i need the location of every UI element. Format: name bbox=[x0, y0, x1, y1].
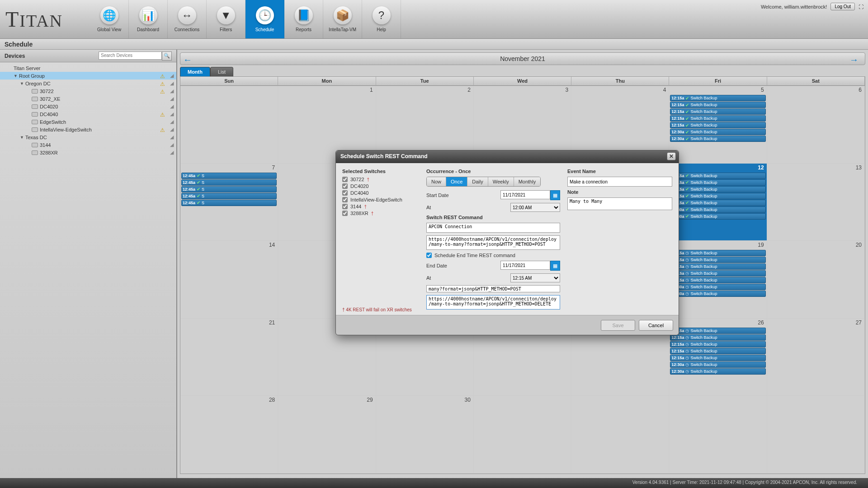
calendar-cell[interactable] bbox=[474, 396, 571, 474]
tree-item-3144[interactable]: 3144◢ bbox=[0, 141, 176, 149]
cancel-button[interactable]: Cancel bbox=[639, 320, 673, 331]
tree-item-oregon-dc[interactable]: ▼Oregon DC⚠◢ bbox=[0, 80, 176, 87]
calendar-cell[interactable]: 1912:15a◷Switch Backup12:15a◷Switch Back… bbox=[669, 241, 767, 319]
calendar-event[interactable]: 12:45a✔S bbox=[181, 200, 277, 206]
note-input[interactable]: Many to Many bbox=[567, 197, 672, 210]
switch-checkbox[interactable] bbox=[342, 177, 348, 182]
search-button[interactable]: 🔍 bbox=[162, 52, 172, 61]
calendar-event[interactable]: 12:15a✔Switch Backup bbox=[670, 115, 765, 122]
start-date-picker-icon[interactable]: ▦ bbox=[550, 190, 560, 200]
switch-checkbox[interactable] bbox=[342, 204, 348, 209]
calendar-cell[interactable]: 2612:15a◷Switch Backup12:15a◷Switch Back… bbox=[669, 319, 767, 396]
calendar-cell[interactable]: 13 bbox=[767, 164, 865, 241]
calendar-event[interactable]: 12:45a✔S bbox=[181, 193, 277, 199]
calendar-event[interactable]: 12:30a◷Switch Backup bbox=[670, 291, 765, 297]
calendar-cell[interactable]: 6 bbox=[767, 86, 865, 164]
switch-checkbox[interactable] bbox=[342, 211, 348, 216]
calendar-event[interactable]: 12:45a✔S bbox=[181, 186, 277, 192]
calendar-event[interactable]: 12:15a✔Switch Backup bbox=[670, 122, 765, 128]
calendar-event[interactable]: 12:30a✔Switch Backup bbox=[670, 129, 765, 135]
calendar-cell[interactable]: 21 bbox=[180, 319, 278, 396]
nav-help[interactable]: ?Help bbox=[362, 0, 401, 38]
calendar-cell[interactable]: 14 bbox=[180, 241, 278, 319]
next-month-button[interactable]: → bbox=[849, 55, 862, 64]
calendar-event[interactable]: 12:15a◷Switch Backup bbox=[670, 270, 765, 277]
calendar-event[interactable]: 12:15a◷Switch Backup bbox=[670, 250, 765, 256]
end-time-select[interactable]: 12:15 AM bbox=[510, 273, 560, 282]
nav-filters[interactable]: ▼Filters bbox=[207, 0, 245, 38]
calendar-cell[interactable]: 712:45a✔S12:45a✔S12:45a✔S12:45a✔S12:45a✔… bbox=[180, 164, 278, 241]
nav-schedule[interactable]: 🕒Schedule bbox=[245, 0, 284, 38]
calendar-event[interactable]: 12:15a✔Switch Backup bbox=[670, 95, 765, 101]
calendar-cell[interactable] bbox=[180, 86, 278, 164]
calendar-event[interactable]: 12:15a◷Switch Backup bbox=[670, 348, 765, 354]
tree-item-3288xr[interactable]: 3288XR◢ bbox=[0, 149, 176, 156]
calendar-cell[interactable]: 28 bbox=[180, 396, 278, 474]
calendar-cell[interactable]: 27 bbox=[767, 319, 865, 396]
calendar-cell[interactable] bbox=[669, 396, 767, 474]
nav-reports[interactable]: 📘Reports bbox=[284, 0, 323, 38]
rest-url-input[interactable]: https://4000hostname/APCON/v1/conneciton… bbox=[426, 235, 560, 250]
tree-item-dc4020[interactable]: DC4020◢ bbox=[0, 103, 176, 110]
calendar-event[interactable]: 12:15a◷Switch Backup bbox=[670, 277, 765, 283]
switch-checkbox[interactable] bbox=[342, 190, 348, 196]
event-name-input[interactable] bbox=[567, 177, 672, 187]
logout-button[interactable]: Log Out bbox=[830, 3, 855, 10]
calendar-cell[interactable] bbox=[571, 396, 669, 474]
calendar-event[interactable]: 12:30a✔Switch Backup bbox=[670, 206, 765, 213]
modal-title-bar[interactable]: Schedule Switch REST Command ✕ bbox=[336, 150, 679, 163]
tree-item-intellaview-edgeswitch[interactable]: IntellaView-EdgeSwitch⚠◢ bbox=[0, 126, 176, 133]
calendar-event[interactable]: 12:15a◷Switch Backup bbox=[670, 355, 765, 361]
search-input[interactable] bbox=[99, 52, 162, 60]
nav-global-view[interactable]: 🌐Global View bbox=[90, 0, 129, 38]
start-date-input[interactable] bbox=[500, 190, 550, 199]
end-date-picker-icon[interactable]: ▦ bbox=[550, 261, 560, 271]
calendar-event[interactable]: 12:15a✔Switch Backup bbox=[670, 108, 765, 115]
calendar-cell[interactable]: 1212:15a✔Switch Backup12:15a✔Switch Back… bbox=[669, 164, 767, 241]
calendar-event[interactable]: 12:15a✔Switch Backup bbox=[670, 102, 765, 108]
rest-name-input[interactable]: APCON Connection bbox=[426, 223, 560, 233]
close-icon[interactable]: ✕ bbox=[667, 152, 676, 160]
calendar-event[interactable]: 12:30a✔Switch Backup bbox=[670, 213, 765, 220]
calendar-event[interactable]: 12:15a✔Switch Backup bbox=[670, 186, 765, 192]
calendar-event[interactable]: 12:30a◷Switch Backup bbox=[670, 368, 765, 375]
calendar-event[interactable]: 12:30a✔Switch Backup bbox=[670, 136, 765, 142]
calendar-event[interactable]: 12:15a◷Switch Backup bbox=[670, 257, 765, 263]
nav-connections[interactable]: ↔Connections bbox=[168, 0, 207, 38]
occ-once[interactable]: Once bbox=[446, 177, 467, 186]
tree-item-30722[interactable]: 30722⚠◢ bbox=[0, 87, 176, 95]
calendar-event[interactable]: 12:30a◷Switch Backup bbox=[670, 284, 765, 290]
calendar-event[interactable]: 12:15a◷Switch Backup bbox=[670, 334, 765, 341]
tree-item-edgeswitch[interactable]: EdgeSwitch◢ bbox=[0, 118, 176, 126]
start-time-select[interactable]: 12:00 AM bbox=[510, 203, 560, 212]
tree-item-texas-dc[interactable]: ▼Texas DC◢ bbox=[0, 133, 176, 141]
calendar-cell[interactable]: 30 bbox=[376, 396, 474, 474]
schedule-end-checkbox[interactable] bbox=[426, 253, 432, 258]
calendar-event[interactable]: 12:15a◷Switch Backup bbox=[670, 328, 765, 334]
calendar-event[interactable]: 12:15a✔Switch Backup bbox=[670, 173, 765, 179]
expand-icon[interactable]: ⛶ bbox=[859, 4, 863, 9]
occ-weekly[interactable]: Weekly bbox=[488, 177, 514, 186]
calendar-event[interactable]: 12:15a◷Switch Backup bbox=[670, 341, 765, 347]
occ-daily[interactable]: Daily bbox=[467, 177, 488, 186]
nav-dashboard[interactable]: 📊Dashboard bbox=[129, 0, 168, 38]
calendar-cell[interactable]: 20 bbox=[767, 241, 865, 319]
switch-checkbox[interactable] bbox=[342, 197, 348, 202]
occ-now[interactable]: Now bbox=[427, 177, 446, 186]
calendar-event[interactable]: 12:15a◷Switch Backup bbox=[670, 263, 765, 270]
calendar-event[interactable]: 12:15a✔Switch Backup bbox=[670, 200, 765, 206]
tree-item-titan-server[interactable]: Titan Server bbox=[0, 64, 176, 72]
tree-item-root-group[interactable]: ▼Root Group⚠◢ bbox=[0, 72, 176, 80]
calendar-event[interactable]: 12:45a✔S bbox=[181, 179, 277, 186]
switch-checkbox[interactable] bbox=[342, 183, 348, 189]
tree-item-dc4040[interactable]: DC4040⚠◢ bbox=[0, 110, 176, 118]
nav-intellatap-vm[interactable]: 📦IntellaTap-VM bbox=[323, 0, 362, 38]
tab-month[interactable]: Month bbox=[180, 67, 210, 76]
calendar-cell[interactable]: 512:15a✔Switch Backup12:15a✔Switch Backu… bbox=[669, 86, 767, 164]
calendar-cell[interactable]: 29 bbox=[278, 396, 376, 474]
calendar-event[interactable]: 12:15a✔Switch Backup bbox=[670, 193, 765, 199]
calendar-event[interactable]: 12:15a✔Switch Backup bbox=[670, 179, 765, 186]
calendar-event[interactable]: 12:45a✔S bbox=[181, 173, 277, 179]
calendar-event[interactable]: 12:30a◷Switch Backup bbox=[670, 361, 765, 368]
prev-month-button[interactable]: ← bbox=[183, 55, 196, 64]
